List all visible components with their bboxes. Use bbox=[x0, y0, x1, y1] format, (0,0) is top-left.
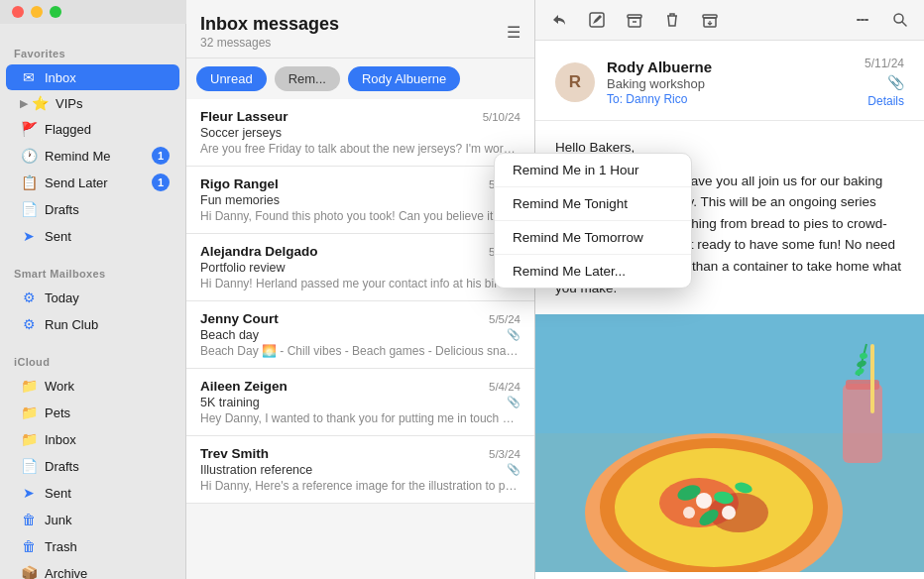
filter-icon-button[interactable]: ☰ bbox=[507, 23, 520, 42]
sidebar-item-today[interactable]: ⚙ Today bbox=[6, 285, 179, 310]
inbox-icon: ✉ bbox=[20, 68, 38, 86]
sidebar-item-label: Today bbox=[45, 290, 79, 305]
message-subject: Fun memories bbox=[200, 193, 280, 207]
message-date: 5/4/24 bbox=[489, 381, 520, 393]
close-button[interactable] bbox=[12, 6, 24, 18]
svg-rect-18 bbox=[843, 384, 882, 463]
email-detail-content: R Rody Albuerne Baking workshop To: Dann… bbox=[535, 41, 924, 579]
more-button[interactable] bbox=[851, 8, 874, 32]
recipient-name: Danny Rico bbox=[626, 92, 687, 106]
filter-remind-button[interactable]: Rem... bbox=[275, 66, 340, 91]
sidebar-item-icloud-inbox[interactable]: 📁 Inbox bbox=[6, 426, 179, 452]
compose-button[interactable] bbox=[585, 8, 609, 32]
sidebar-item-label: Remind Me bbox=[45, 149, 110, 164]
table-row[interactable]: Rigo Rangel 5/8/24 Fun memories 📎 Hi Dan… bbox=[186, 167, 534, 234]
sidebar-item-work[interactable]: 📁 Work bbox=[6, 373, 179, 399]
attachment-icon: 📎 bbox=[507, 328, 520, 342]
sidebar-item-label: Sent bbox=[45, 229, 71, 244]
sidebar-item-label: Flagged bbox=[45, 122, 91, 137]
message-date: 5/3/24 bbox=[489, 448, 520, 460]
sidebar-item-label: Drafts bbox=[45, 459, 79, 474]
table-row[interactable]: Trev Smith 5/3/24 Illustration reference… bbox=[186, 436, 534, 504]
table-row[interactable]: Jenny Court 5/5/24 Beach day 📎 Beach Day… bbox=[186, 301, 534, 369]
message-date: 5/5/24 bbox=[489, 313, 520, 325]
message-list-panel: Inbox messages 32 messages ☰ Unread Rem.… bbox=[186, 0, 535, 579]
move-button[interactable] bbox=[698, 8, 722, 32]
archive-icon: 📦 bbox=[20, 564, 38, 579]
favorites-label: Favorites bbox=[0, 38, 185, 63]
sidebar-item-sent[interactable]: ➤ Sent bbox=[6, 223, 179, 249]
details-link[interactable]: Details bbox=[867, 94, 904, 108]
sidebar-item-run-club[interactable]: ⚙ Run Club bbox=[6, 311, 179, 337]
work-folder-icon: 📁 bbox=[20, 377, 38, 395]
junk-icon: 🗑 bbox=[20, 511, 38, 528]
sidebar-item-label: Work bbox=[45, 379, 74, 394]
sidebar-item-label: Inbox bbox=[45, 70, 76, 85]
sidebar-item-icloud-drafts[interactable]: 📄 Drafts bbox=[6, 453, 179, 479]
message-sender: Trev Smith bbox=[200, 446, 269, 461]
today-icon: ⚙ bbox=[20, 289, 38, 306]
remind-tonight[interactable]: Remind Me Tonight bbox=[495, 186, 691, 220]
message-subject: Soccer jerseys bbox=[200, 126, 282, 140]
sidebar-item-label: Trash bbox=[45, 539, 77, 554]
svg-rect-20 bbox=[870, 344, 874, 413]
remind-later[interactable]: Remind Me Later... bbox=[495, 254, 691, 288]
inbox-title: Inbox messages bbox=[200, 14, 339, 35]
remind-1-hour[interactable]: Remind Me in 1 Hour bbox=[495, 154, 691, 186]
attachment-icon: 📎 bbox=[507, 396, 520, 409]
sidebar-item-label: Send Later bbox=[45, 175, 108, 190]
sidebar-item-label: Archive bbox=[45, 566, 87, 580]
svg-point-17 bbox=[683, 507, 695, 519]
message-preview: Hi Danny, Found this photo you took! Can… bbox=[200, 209, 520, 223]
icloud-sent-icon: ➤ bbox=[20, 484, 38, 502]
pets-folder-icon: 📁 bbox=[20, 404, 38, 421]
table-row[interactable]: Aileen Zeigen 5/4/24 5K training 📎 Hey D… bbox=[186, 369, 534, 436]
message-sender: Aileen Zeigen bbox=[200, 379, 288, 394]
sent-icon: ➤ bbox=[20, 227, 38, 245]
sidebar: Favorites ✉ Inbox ▶ ⭐ VIPs 🚩 Flagged 🕐 R… bbox=[0, 0, 186, 579]
table-row[interactable]: Alejandra Delgado 5/5/24 Portfolio revie… bbox=[186, 234, 534, 301]
sidebar-item-archive[interactable]: 📦 Archive bbox=[6, 560, 179, 579]
icloud-inbox-icon: 📁 bbox=[20, 430, 38, 448]
sidebar-item-trash[interactable]: 🗑 Trash bbox=[6, 533, 179, 559]
minimize-button[interactable] bbox=[31, 6, 43, 18]
archive-toolbar-button[interactable] bbox=[623, 8, 646, 32]
svg-point-16 bbox=[722, 506, 736, 520]
maximize-button[interactable] bbox=[50, 6, 61, 18]
message-list-header: Inbox messages 32 messages ☰ bbox=[186, 0, 534, 58]
message-preview: Beach Day 🌅 - Chill vibes - Beach games … bbox=[200, 344, 520, 358]
message-preview: Hey Danny, I wanted to thank you for put… bbox=[200, 411, 520, 425]
sidebar-item-send-later[interactable]: 📋 Send Later 1 bbox=[6, 170, 179, 195]
sidebar-item-label: Inbox bbox=[45, 432, 76, 447]
reply-button[interactable] bbox=[547, 8, 571, 32]
sidebar-item-vips[interactable]: ▶ ⭐ VIPs bbox=[6, 91, 179, 115]
filter-rody-button[interactable]: Rody Albuerne bbox=[348, 66, 460, 91]
remind-tomorrow[interactable]: Remind Me Tomorrow bbox=[495, 220, 691, 254]
table-row[interactable]: Fleur Lasseur 5/10/24 Soccer jerseys Are… bbox=[186, 99, 534, 167]
sidebar-item-pets[interactable]: 📁 Pets bbox=[6, 400, 179, 425]
sidebar-item-inbox[interactable]: ✉ Inbox bbox=[6, 64, 179, 90]
message-subject: Beach day bbox=[200, 328, 259, 342]
sender-name: Rody Albuerne bbox=[607, 58, 853, 75]
remind-dropdown: Remind Me in 1 Hour Remind Me Tonight Re… bbox=[494, 153, 692, 289]
sidebar-item-remind-me[interactable]: 🕐 Remind Me 1 bbox=[6, 143, 179, 169]
detail-toolbar bbox=[535, 0, 924, 41]
search-button[interactable] bbox=[888, 8, 912, 32]
detail-panel: R Rody Albuerne Baking workshop To: Dann… bbox=[535, 0, 924, 579]
sidebar-item-drafts[interactable]: 📄 Drafts bbox=[6, 196, 179, 222]
flag-icon: 🚩 bbox=[20, 120, 38, 138]
drafts-icon: 📄 bbox=[20, 200, 38, 218]
sidebar-item-icloud-sent[interactable]: ➤ Sent bbox=[6, 480, 179, 506]
star-icon: ⭐ bbox=[32, 95, 49, 111]
chevron-right-icon: ▶ bbox=[20, 97, 28, 110]
filter-unread-button[interactable]: Unread bbox=[196, 66, 267, 91]
email-image bbox=[535, 314, 924, 572]
trash-toolbar-button[interactable] bbox=[660, 8, 684, 32]
message-sender: Rigo Rangel bbox=[200, 176, 279, 191]
sidebar-item-junk[interactable]: 🗑 Junk bbox=[6, 507, 179, 532]
trash-icon: 🗑 bbox=[20, 537, 38, 555]
filter-bar: Unread Rem... Rody Albuerne bbox=[186, 58, 534, 99]
email-subject: Baking workshop bbox=[607, 76, 853, 91]
sidebar-item-flagged[interactable]: 🚩 Flagged bbox=[6, 116, 179, 142]
sidebar-item-label: Sent bbox=[45, 486, 71, 501]
